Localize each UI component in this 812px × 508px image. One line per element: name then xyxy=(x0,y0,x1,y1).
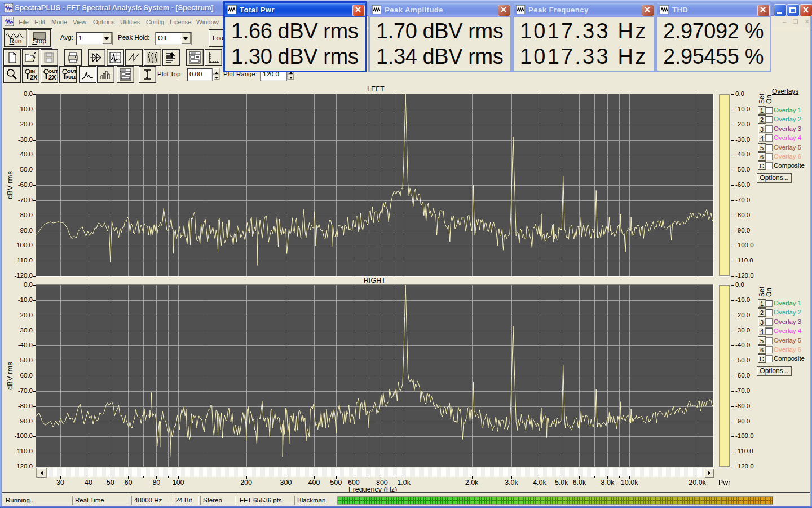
svg-text:FULL: FULL xyxy=(66,75,76,80)
svg-text:dBV rms: dBV rms xyxy=(6,362,14,390)
svg-text:On: On xyxy=(765,95,773,104)
svg-text:IN: IN xyxy=(30,69,35,74)
svg-text:dBV rms: dBV rms xyxy=(6,171,14,199)
svg-text:OUT: OUT xyxy=(48,69,58,74)
svg-text:2X: 2X xyxy=(30,74,38,81)
svg-text:OUT: OUT xyxy=(67,69,76,74)
svg-text:On: On xyxy=(765,288,773,297)
svg-text:2X: 2X xyxy=(48,74,56,81)
